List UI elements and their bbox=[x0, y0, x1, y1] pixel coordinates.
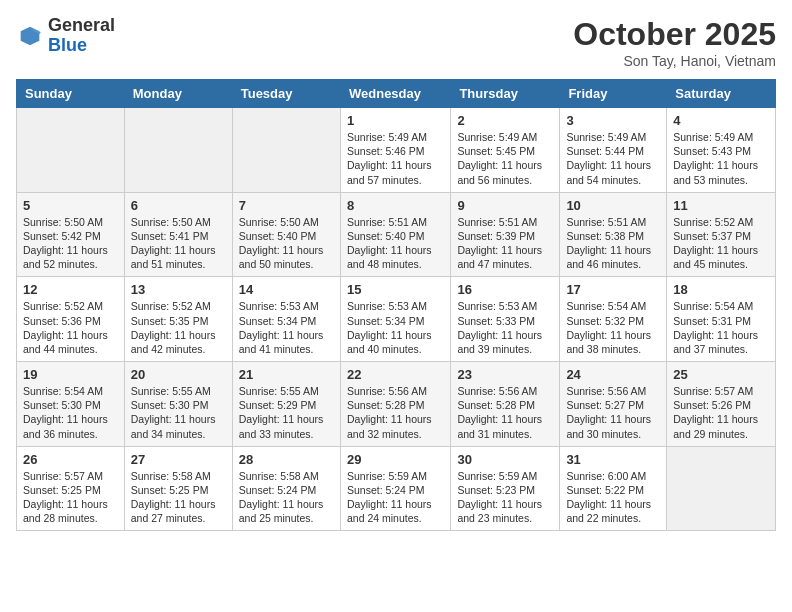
month-title: October 2025 bbox=[573, 16, 776, 53]
logo: General Blue bbox=[16, 16, 115, 56]
cell-info: Sunrise: 5:55 AM Sunset: 5:30 PM Dayligh… bbox=[131, 384, 226, 441]
location: Son Tay, Hanoi, Vietnam bbox=[573, 53, 776, 69]
calendar-cell: 28Sunrise: 5:58 AM Sunset: 5:24 PM Dayli… bbox=[232, 446, 340, 531]
calendar-cell: 7Sunrise: 5:50 AM Sunset: 5:40 PM Daylig… bbox=[232, 192, 340, 277]
day-number: 5 bbox=[23, 198, 118, 213]
calendar-cell: 4Sunrise: 5:49 AM Sunset: 5:43 PM Daylig… bbox=[667, 108, 776, 193]
calendar-cell bbox=[17, 108, 125, 193]
day-number: 10 bbox=[566, 198, 660, 213]
calendar-cell: 17Sunrise: 5:54 AM Sunset: 5:32 PM Dayli… bbox=[560, 277, 667, 362]
calendar-cell: 11Sunrise: 5:52 AM Sunset: 5:37 PM Dayli… bbox=[667, 192, 776, 277]
day-number: 19 bbox=[23, 367, 118, 382]
calendar-cell: 12Sunrise: 5:52 AM Sunset: 5:36 PM Dayli… bbox=[17, 277, 125, 362]
calendar-cell: 21Sunrise: 5:55 AM Sunset: 5:29 PM Dayli… bbox=[232, 362, 340, 447]
title-area: October 2025 Son Tay, Hanoi, Vietnam bbox=[573, 16, 776, 69]
cell-info: Sunrise: 5:53 AM Sunset: 5:33 PM Dayligh… bbox=[457, 299, 553, 356]
day-number: 21 bbox=[239, 367, 334, 382]
day-number: 18 bbox=[673, 282, 769, 297]
calendar-week-row: 1Sunrise: 5:49 AM Sunset: 5:46 PM Daylig… bbox=[17, 108, 776, 193]
day-number: 16 bbox=[457, 282, 553, 297]
day-of-week-header: Sunday bbox=[17, 80, 125, 108]
day-of-week-header: Thursday bbox=[451, 80, 560, 108]
calendar-week-row: 19Sunrise: 5:54 AM Sunset: 5:30 PM Dayli… bbox=[17, 362, 776, 447]
calendar-cell: 27Sunrise: 5:58 AM Sunset: 5:25 PM Dayli… bbox=[124, 446, 232, 531]
cell-info: Sunrise: 5:54 AM Sunset: 5:32 PM Dayligh… bbox=[566, 299, 660, 356]
day-of-week-header: Monday bbox=[124, 80, 232, 108]
cell-info: Sunrise: 5:53 AM Sunset: 5:34 PM Dayligh… bbox=[347, 299, 444, 356]
calendar-cell: 24Sunrise: 5:56 AM Sunset: 5:27 PM Dayli… bbox=[560, 362, 667, 447]
day-number: 1 bbox=[347, 113, 444, 128]
calendar-cell: 25Sunrise: 5:57 AM Sunset: 5:26 PM Dayli… bbox=[667, 362, 776, 447]
calendar-cell: 30Sunrise: 5:59 AM Sunset: 5:23 PM Dayli… bbox=[451, 446, 560, 531]
day-number: 12 bbox=[23, 282, 118, 297]
calendar-cell: 2Sunrise: 5:49 AM Sunset: 5:45 PM Daylig… bbox=[451, 108, 560, 193]
day-number: 31 bbox=[566, 452, 660, 467]
calendar-cell bbox=[232, 108, 340, 193]
cell-info: Sunrise: 5:55 AM Sunset: 5:29 PM Dayligh… bbox=[239, 384, 334, 441]
day-number: 6 bbox=[131, 198, 226, 213]
cell-info: Sunrise: 5:54 AM Sunset: 5:31 PM Dayligh… bbox=[673, 299, 769, 356]
calendar-cell: 16Sunrise: 5:53 AM Sunset: 5:33 PM Dayli… bbox=[451, 277, 560, 362]
cell-info: Sunrise: 5:57 AM Sunset: 5:25 PM Dayligh… bbox=[23, 469, 118, 526]
cell-info: Sunrise: 5:54 AM Sunset: 5:30 PM Dayligh… bbox=[23, 384, 118, 441]
calendar-cell bbox=[124, 108, 232, 193]
day-number: 3 bbox=[566, 113, 660, 128]
day-of-week-header: Saturday bbox=[667, 80, 776, 108]
day-number: 17 bbox=[566, 282, 660, 297]
logo-blue: Blue bbox=[48, 36, 115, 56]
day-number: 26 bbox=[23, 452, 118, 467]
day-number: 27 bbox=[131, 452, 226, 467]
logo-general: General bbox=[48, 16, 115, 36]
day-number: 13 bbox=[131, 282, 226, 297]
cell-info: Sunrise: 5:56 AM Sunset: 5:28 PM Dayligh… bbox=[347, 384, 444, 441]
cell-info: Sunrise: 5:52 AM Sunset: 5:36 PM Dayligh… bbox=[23, 299, 118, 356]
day-of-week-header: Friday bbox=[560, 80, 667, 108]
day-number: 28 bbox=[239, 452, 334, 467]
logo-icon bbox=[16, 22, 44, 50]
calendar-cell: 1Sunrise: 5:49 AM Sunset: 5:46 PM Daylig… bbox=[340, 108, 450, 193]
calendar-week-row: 5Sunrise: 5:50 AM Sunset: 5:42 PM Daylig… bbox=[17, 192, 776, 277]
cell-info: Sunrise: 5:59 AM Sunset: 5:23 PM Dayligh… bbox=[457, 469, 553, 526]
day-number: 29 bbox=[347, 452, 444, 467]
cell-info: Sunrise: 5:59 AM Sunset: 5:24 PM Dayligh… bbox=[347, 469, 444, 526]
calendar-cell: 14Sunrise: 5:53 AM Sunset: 5:34 PM Dayli… bbox=[232, 277, 340, 362]
day-number: 14 bbox=[239, 282, 334, 297]
day-number: 9 bbox=[457, 198, 553, 213]
calendar-cell: 10Sunrise: 5:51 AM Sunset: 5:38 PM Dayli… bbox=[560, 192, 667, 277]
day-number: 25 bbox=[673, 367, 769, 382]
day-number: 23 bbox=[457, 367, 553, 382]
calendar-cell: 5Sunrise: 5:50 AM Sunset: 5:42 PM Daylig… bbox=[17, 192, 125, 277]
cell-info: Sunrise: 5:58 AM Sunset: 5:25 PM Dayligh… bbox=[131, 469, 226, 526]
calendar-cell: 23Sunrise: 5:56 AM Sunset: 5:28 PM Dayli… bbox=[451, 362, 560, 447]
day-number: 2 bbox=[457, 113, 553, 128]
cell-info: Sunrise: 5:52 AM Sunset: 5:35 PM Dayligh… bbox=[131, 299, 226, 356]
calendar-table: SundayMondayTuesdayWednesdayThursdayFrid… bbox=[16, 79, 776, 531]
cell-info: Sunrise: 5:50 AM Sunset: 5:41 PM Dayligh… bbox=[131, 215, 226, 272]
calendar-cell: 19Sunrise: 5:54 AM Sunset: 5:30 PM Dayli… bbox=[17, 362, 125, 447]
cell-info: Sunrise: 5:56 AM Sunset: 5:28 PM Dayligh… bbox=[457, 384, 553, 441]
calendar-cell: 3Sunrise: 5:49 AM Sunset: 5:44 PM Daylig… bbox=[560, 108, 667, 193]
calendar-cell: 18Sunrise: 5:54 AM Sunset: 5:31 PM Dayli… bbox=[667, 277, 776, 362]
calendar-cell: 9Sunrise: 5:51 AM Sunset: 5:39 PM Daylig… bbox=[451, 192, 560, 277]
cell-info: Sunrise: 5:51 AM Sunset: 5:39 PM Dayligh… bbox=[457, 215, 553, 272]
day-number: 22 bbox=[347, 367, 444, 382]
cell-info: Sunrise: 5:49 AM Sunset: 5:45 PM Dayligh… bbox=[457, 130, 553, 187]
cell-info: Sunrise: 5:49 AM Sunset: 5:44 PM Dayligh… bbox=[566, 130, 660, 187]
cell-info: Sunrise: 5:51 AM Sunset: 5:40 PM Dayligh… bbox=[347, 215, 444, 272]
day-number: 11 bbox=[673, 198, 769, 213]
cell-info: Sunrise: 5:57 AM Sunset: 5:26 PM Dayligh… bbox=[673, 384, 769, 441]
day-number: 20 bbox=[131, 367, 226, 382]
cell-info: Sunrise: 5:50 AM Sunset: 5:40 PM Dayligh… bbox=[239, 215, 334, 272]
calendar-cell: 20Sunrise: 5:55 AM Sunset: 5:30 PM Dayli… bbox=[124, 362, 232, 447]
calendar-week-row: 26Sunrise: 5:57 AM Sunset: 5:25 PM Dayli… bbox=[17, 446, 776, 531]
cell-info: Sunrise: 5:56 AM Sunset: 5:27 PM Dayligh… bbox=[566, 384, 660, 441]
day-number: 15 bbox=[347, 282, 444, 297]
calendar-cell: 29Sunrise: 5:59 AM Sunset: 5:24 PM Dayli… bbox=[340, 446, 450, 531]
day-number: 7 bbox=[239, 198, 334, 213]
logo-text: General Blue bbox=[48, 16, 115, 56]
calendar-cell: 13Sunrise: 5:52 AM Sunset: 5:35 PM Dayli… bbox=[124, 277, 232, 362]
cell-info: Sunrise: 5:51 AM Sunset: 5:38 PM Dayligh… bbox=[566, 215, 660, 272]
calendar-cell bbox=[667, 446, 776, 531]
calendar-week-row: 12Sunrise: 5:52 AM Sunset: 5:36 PM Dayli… bbox=[17, 277, 776, 362]
calendar-cell: 15Sunrise: 5:53 AM Sunset: 5:34 PM Dayli… bbox=[340, 277, 450, 362]
